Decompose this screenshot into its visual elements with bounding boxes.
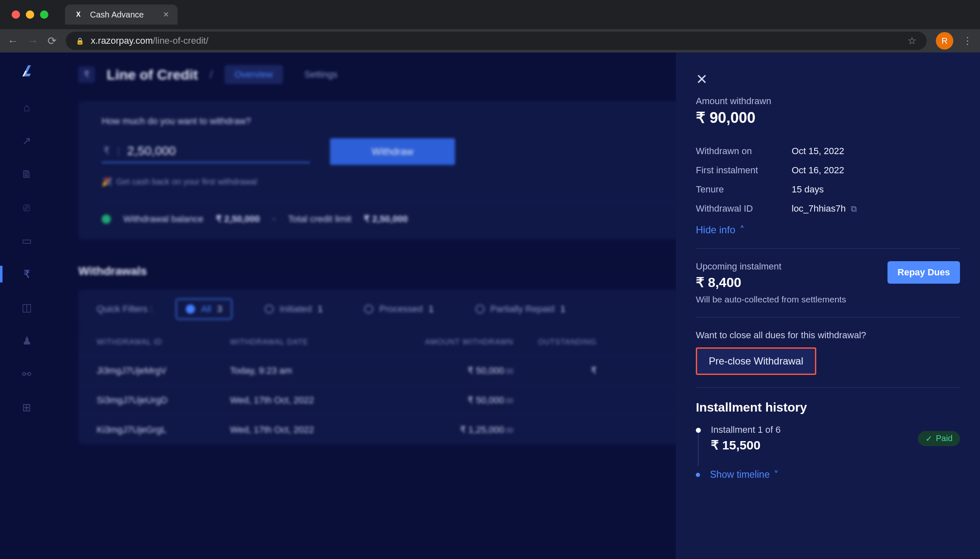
amount-input[interactable]: ₹ | 2,50,000 [102,140,310,163]
profile-avatar[interactable]: R [936,32,953,50]
installment-history-title: Installment history [696,400,960,414]
amount-withdrawn-label: Amount withdrawn [696,96,960,107]
logo-icon[interactable] [17,61,37,81]
close-tab-icon[interactable]: ✕ [163,10,169,19]
address-bar[interactable]: 🔒 x.razorpay.com/line-of-credit/ ☆ [66,32,927,50]
show-timeline-toggle[interactable]: Show timeline˅ [710,469,779,480]
page-title: Line of Credit [107,67,198,83]
user-icon[interactable]: ⎚ [20,201,33,214]
filter-initiated[interactable]: Initiated1 [255,299,332,319]
chevron-up-icon: ˄ [740,224,745,236]
copy-icon[interactable]: ⧉ [851,204,857,213]
filter-all[interactable]: All3 [176,299,232,319]
repay-dues-button[interactable]: Repay Dues [888,261,960,284]
withdraw-button[interactable]: Withdraw [330,138,455,165]
apps-icon[interactable]: ⊞ [20,401,33,414]
document-icon[interactable]: 🗎 [20,167,33,181]
preclose-question: Want to close all dues for this withdraw… [696,330,960,341]
transfer-icon[interactable]: ↗ [20,134,33,147]
url-text: x.razorpay.com/line-of-credit/ [91,35,208,46]
filter-processed[interactable]: Processed1 [355,299,442,319]
auto-collect-note: Will be auto-collected from settlements [696,294,960,304]
col-amount: AMOUNT WITHDRAWN [380,338,513,347]
col-id: WITHDRAWAL ID [97,338,230,347]
paid-badge: ✓Paid [918,431,960,446]
bookmark-icon[interactable]: ☆ [908,35,917,47]
chevron-down-icon: ˅ [774,469,779,480]
cashback-note: 🎉 Get cash back on your first withdrawal [102,177,765,187]
withdraw-question: How much do you want to withdraw? [102,116,765,127]
browser-menu-icon[interactable]: ⋮ [962,35,972,47]
col-date: WITHDRAWAL DATE [230,338,380,347]
browser-tab[interactable]: X Cash Advance ✕ [65,5,178,25]
close-drawer-icon[interactable]: ✕ [696,71,960,87]
lock-icon: 🔒 [76,37,84,45]
person-icon[interactable]: ♟ [20,334,33,347]
timeline-dot-icon [696,428,701,433]
rupee-symbol: ₹ [103,145,110,157]
home-icon[interactable]: ⌂ [20,101,33,114]
check-icon: ✓ [925,434,932,444]
amount-value: 2,50,000 [127,144,176,158]
status-dot-icon [102,215,111,224]
tab-settings[interactable]: Settings [295,65,348,84]
amount-withdrawn-value: ₹ 90,000 [696,109,960,127]
upcoming-amount: ₹ 8,400 [696,275,781,290]
detail-drawer: ✕ Amount withdrawn ₹ 90,000 Withdrawn on… [676,52,980,559]
filter-partial[interactable]: Partially Repaid1 [466,299,575,319]
timeline-dot-icon [696,473,700,477]
tab-overview[interactable]: Overview [225,65,283,84]
preclose-withdrawal-button[interactable]: Pre-close Withdrawal [696,347,816,375]
tab-title: Cash Advance [90,10,144,20]
maximize-window-icon[interactable] [40,10,48,19]
rupee-icon[interactable]: ₹ [20,267,33,281]
forward-icon[interactable]: → [28,35,38,47]
minimize-window-icon[interactable] [26,10,34,19]
page-icon: ₹ [78,66,95,83]
reload-icon[interactable]: ⟳ [48,35,57,47]
link-icon[interactable]: ⚯ [20,367,33,381]
card-icon[interactable]: ▭ [20,234,33,247]
installment-item: Installment 1 of 6 ₹ 15,500 ✓Paid [696,424,960,452]
col-outstanding: OUTSTANDING [513,338,597,347]
party-icon: 🎉 [102,177,112,187]
hide-info-toggle[interactable]: Hide info˄ [696,224,960,236]
back-icon[interactable]: ← [8,35,18,47]
window-controls[interactable] [7,10,53,19]
sidebar: ⌂ ↗ 🗎 ⎚ ▭ ₹ ◫ ♟ ⚯ ⊞ [0,52,53,559]
favicon-icon: X [73,10,83,20]
report-icon[interactable]: ◫ [20,301,33,314]
breadcrumb-separator: / [210,68,213,81]
close-window-icon[interactable] [12,10,20,19]
